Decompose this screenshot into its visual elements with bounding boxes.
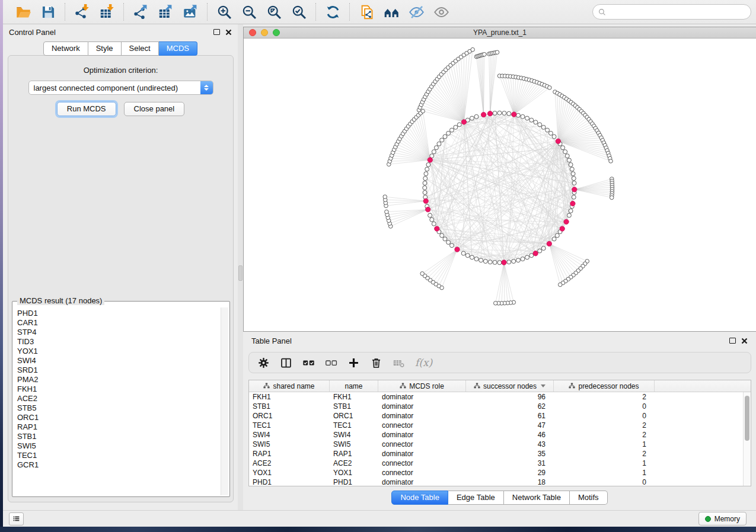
cell-predecessor-nodes[interactable]: 2 xyxy=(554,392,655,402)
cell-MCDS-role[interactable]: dominator xyxy=(378,430,466,440)
column-header-shared-name[interactable]: shared name xyxy=(249,380,330,392)
delete-column-icon[interactable] xyxy=(370,357,382,369)
hide-selected-icon[interactable] xyxy=(407,3,426,21)
zoom-fit-icon[interactable] xyxy=(264,3,283,21)
cell-name[interactable]: FKH1 xyxy=(330,392,378,402)
cell-name[interactable]: ACE2 xyxy=(330,459,378,468)
column-header-successor-nodes[interactable]: successor nodes xyxy=(466,380,554,392)
search-box[interactable] xyxy=(592,4,751,20)
task-history-button[interactable] xyxy=(9,512,24,525)
cell-name[interactable]: SWI4 xyxy=(330,430,378,440)
cell-name[interactable]: ORC1 xyxy=(330,411,378,421)
cell-shared-name[interactable]: RAP1 xyxy=(249,449,330,459)
mcds-result-item[interactable]: TID3 xyxy=(17,337,216,347)
cell-MCDS-role[interactable]: connector xyxy=(378,440,466,449)
cell-predecessor-nodes[interactable]: 1 xyxy=(554,468,655,477)
sort-chevron-icon[interactable] xyxy=(541,384,546,387)
cell-shared-name[interactable]: PHD1 xyxy=(249,477,330,486)
tab-select[interactable]: Select xyxy=(122,41,159,56)
table-scrollbar-thumb[interactable] xyxy=(745,396,749,441)
cell-MCDS-role[interactable]: connector xyxy=(378,468,466,477)
cell-shared-name[interactable]: ACE2 xyxy=(249,459,330,468)
show-all-icon[interactable] xyxy=(432,3,451,21)
cell-MCDS-role[interactable]: dominator xyxy=(378,477,466,486)
cell-predecessor-nodes[interactable]: 1 xyxy=(554,440,655,449)
cell-MCDS-role[interactable]: dominator xyxy=(378,392,466,402)
tab-network-table[interactable]: Network Table xyxy=(504,491,570,505)
cell-MCDS-role[interactable]: dominator xyxy=(378,402,466,411)
cell-successor-nodes[interactable]: 62 xyxy=(466,402,554,411)
cell-MCDS-role[interactable]: connector xyxy=(378,421,466,430)
import-network-icon[interactable] xyxy=(72,3,91,21)
cell-successor-nodes[interactable]: 18 xyxy=(466,477,554,486)
first-neighbors-icon[interactable] xyxy=(382,3,401,21)
column-header-MCDS-role[interactable]: MCDS role xyxy=(378,380,466,392)
cell-predecessor-nodes[interactable]: 0 xyxy=(554,402,655,411)
import-table-icon[interactable] xyxy=(97,3,116,21)
open-file-icon[interactable] xyxy=(14,3,33,21)
mcds-result-item[interactable]: PMA2 xyxy=(17,375,216,384)
mcds-result-item[interactable]: STB5 xyxy=(17,403,216,413)
cell-name[interactable]: SWI5 xyxy=(330,440,378,449)
table-row[interactable]: STB1STB1dominator620 xyxy=(249,402,751,411)
table-row[interactable]: ACE2ACE2connector311 xyxy=(249,459,751,468)
cell-predecessor-nodes[interactable]: 2 xyxy=(554,449,655,459)
mcds-result-item[interactable]: RAP1 xyxy=(17,422,216,432)
cell-name[interactable]: STB1 xyxy=(330,402,378,411)
column-header-name[interactable]: name xyxy=(330,380,378,392)
mcds-result-item[interactable]: SWI5 xyxy=(17,441,216,451)
zoom-in-icon[interactable] xyxy=(215,3,234,21)
cell-shared-name[interactable]: STB1 xyxy=(249,402,330,411)
zoom-selected-icon[interactable] xyxy=(289,3,308,21)
mcds-result-item[interactable]: STB1 xyxy=(17,432,216,441)
cell-predecessor-nodes[interactable]: 2 xyxy=(554,421,655,430)
cell-successor-nodes[interactable]: 29 xyxy=(466,468,554,477)
table-row[interactable]: FKH1FKH1dominator962 xyxy=(249,392,751,402)
float-table-panel-icon[interactable] xyxy=(729,338,736,344)
tab-network[interactable]: Network xyxy=(43,41,88,56)
mcds-result-item[interactable]: SWI4 xyxy=(17,356,216,366)
export-table-icon[interactable] xyxy=(156,3,175,21)
cell-successor-nodes[interactable]: 47 xyxy=(466,421,554,430)
table-row[interactable]: SWI4SWI4dominator462 xyxy=(249,430,751,440)
panel-splitter[interactable] xyxy=(238,24,243,510)
column-header-predecessor-nodes[interactable]: predecessor nodes xyxy=(554,380,655,392)
cell-successor-nodes[interactable]: 61 xyxy=(466,411,554,421)
cell-MCDS-role[interactable]: dominator xyxy=(378,411,466,421)
cell-successor-nodes[interactable]: 46 xyxy=(466,430,554,440)
search-input[interactable] xyxy=(609,8,745,16)
cell-successor-nodes[interactable]: 35 xyxy=(466,449,554,459)
cell-MCDS-role[interactable]: connector xyxy=(378,459,466,468)
network-window-titlebar[interactable]: YPA_prune.txt_1 xyxy=(244,27,756,39)
table-row[interactable]: PHD1PHD1dominator180 xyxy=(249,477,751,486)
run-mcds-button[interactable]: Run MCDS xyxy=(57,102,116,116)
cell-shared-name[interactable]: SWI4 xyxy=(249,430,330,440)
cell-shared-name[interactable]: SWI5 xyxy=(249,440,330,449)
cell-predecessor-nodes[interactable]: 0 xyxy=(554,477,655,486)
table-row[interactable]: ORC1ORC1dominator610 xyxy=(249,411,751,421)
table-row[interactable]: TEC1TEC1connector472 xyxy=(249,421,751,430)
mcds-result-item[interactable]: YOX1 xyxy=(17,347,216,356)
memory-button[interactable]: Memory xyxy=(698,512,747,525)
mcds-result-item[interactable]: CAR1 xyxy=(17,318,216,328)
refresh-view-icon[interactable] xyxy=(323,3,342,21)
table-row[interactable]: RAP1RAP1dominator352 xyxy=(249,449,751,459)
mcds-result-item[interactable]: ACE2 xyxy=(17,394,216,403)
criterion-dropdown[interactable]: largest connected component (undirected) xyxy=(28,81,213,95)
float-panel-icon[interactable] xyxy=(213,29,220,35)
mcds-result-item[interactable]: TEC1 xyxy=(17,451,216,460)
cell-shared-name[interactable]: ORC1 xyxy=(249,411,330,421)
mcds-result-item[interactable]: FKH1 xyxy=(17,384,216,394)
clone-network-icon[interactable] xyxy=(357,3,376,21)
mcds-result-item[interactable]: PHD1 xyxy=(17,309,216,318)
cell-name[interactable]: YOX1 xyxy=(330,468,378,477)
tab-edge-table[interactable]: Edge Table xyxy=(448,491,504,505)
cell-successor-nodes[interactable]: 31 xyxy=(466,459,554,468)
tab-motifs[interactable]: Motifs xyxy=(570,491,608,505)
select-all-rows-icon[interactable] xyxy=(302,357,315,369)
cell-shared-name[interactable]: YOX1 xyxy=(249,468,330,477)
deselect-all-rows-icon[interactable] xyxy=(325,357,337,369)
mcds-result-item[interactable]: GCR1 xyxy=(17,460,216,470)
cell-shared-name[interactable]: FKH1 xyxy=(249,392,330,402)
table-row[interactable]: SWI5SWI5connector431 xyxy=(249,440,751,449)
